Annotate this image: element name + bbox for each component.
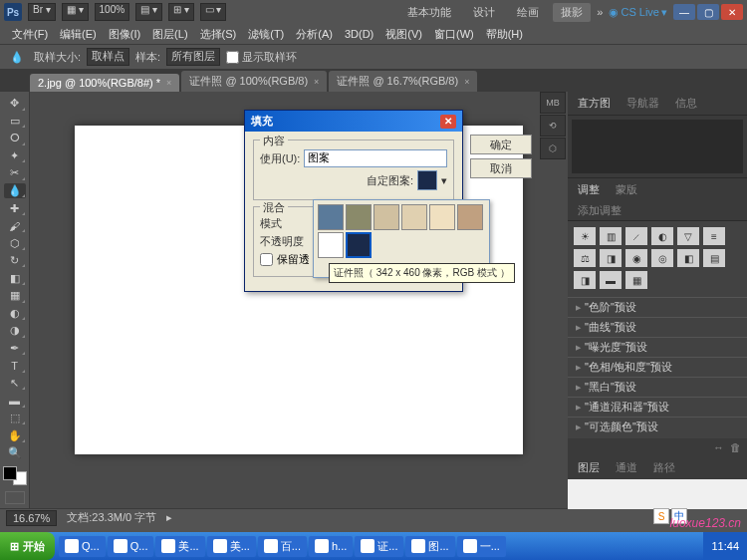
hand-tool[interactable]: ✋: [4, 427, 26, 443]
doc-tab-0[interactable]: 2.jpg @ 100%(RGB/8#) *×: [30, 74, 179, 92]
cancel-button[interactable]: 取消: [470, 158, 532, 178]
expand-icon[interactable]: ↔: [713, 441, 724, 453]
clone-panel-icon[interactable]: ⬡: [540, 138, 566, 159]
blur-tool[interactable]: ◐: [4, 306, 26, 322]
workspace-more[interactable]: »: [597, 6, 603, 18]
menu-view[interactable]: 视图(V): [379, 25, 428, 44]
ok-button[interactable]: 确定: [470, 135, 532, 154]
tab-masks[interactable]: 蒙版: [612, 181, 641, 198]
invert-icon[interactable]: ◧: [677, 249, 699, 267]
minibridge-icon[interactable]: MB: [540, 92, 566, 114]
doc-info-chevron[interactable]: ▸: [166, 511, 172, 524]
tab-paths[interactable]: 路径: [649, 459, 679, 476]
start-button[interactable]: ⊞ 开始: [0, 532, 55, 560]
zoom-level[interactable]: 100%: [95, 3, 130, 21]
vibrance-icon[interactable]: ▽: [677, 227, 699, 245]
lasso-tool[interactable]: ⵔ: [4, 131, 26, 146]
dialog-titlebar[interactable]: 填充 ✕: [245, 111, 462, 132]
3d-tool[interactable]: ⬚: [4, 411, 26, 426]
arrange-icon[interactable]: ⊞ ▾: [168, 3, 194, 21]
pattern-item[interactable]: [401, 204, 427, 230]
chevron-down-icon[interactable]: ▾: [441, 174, 447, 187]
menu-help[interactable]: 帮助(H): [480, 25, 529, 44]
preset-curves[interactable]: "曲线"预设: [568, 317, 747, 337]
history-panel-icon[interactable]: ⟲: [540, 115, 566, 137]
preset-exposure[interactable]: "曝光度"预设: [568, 337, 747, 357]
menu-image[interactable]: 图像(I): [103, 25, 146, 44]
levels-icon[interactable]: ▥: [600, 227, 622, 245]
trash-icon[interactable]: 🗑: [730, 441, 741, 453]
balance-icon[interactable]: ⚖: [574, 249, 596, 267]
dodge-tool[interactable]: ◑: [4, 323, 26, 339]
pattern-item[interactable]: [374, 204, 399, 230]
pattern-item[interactable]: [318, 204, 344, 230]
task-item[interactable]: 美...: [207, 536, 256, 557]
tab-histogram[interactable]: 直方图: [574, 95, 615, 112]
task-item[interactable]: Q...: [108, 536, 154, 557]
menu-file[interactable]: 文件(F): [6, 25, 54, 44]
menu-3d[interactable]: 3D(D): [339, 26, 379, 42]
workspace-photography[interactable]: 摄影: [553, 3, 591, 22]
history-brush-tool[interactable]: ↻: [4, 253, 26, 269]
close-icon[interactable]: ×: [464, 77, 469, 87]
bw-icon[interactable]: ◨: [600, 249, 622, 267]
sample-size-select[interactable]: 取样点: [87, 48, 129, 66]
menu-analysis[interactable]: 分析(A): [290, 25, 339, 44]
eraser-tool[interactable]: ◧: [4, 270, 26, 286]
screen-mode-icon[interactable]: ▭ ▾: [200, 3, 227, 21]
sogou-s-icon[interactable]: S: [653, 508, 669, 524]
selective-icon[interactable]: ▦: [625, 271, 647, 289]
brightness-icon[interactable]: ☀: [574, 227, 596, 245]
show-ring-check[interactable]: 显示取样环: [226, 50, 297, 65]
menu-filter[interactable]: 滤镜(T): [242, 25, 290, 44]
pattern-item[interactable]: [429, 204, 455, 230]
maximize-button[interactable]: ▢: [697, 4, 719, 20]
doc-tab-2[interactable]: 证件照 @ 16.7%(RGB/8)×: [329, 71, 477, 92]
hue-icon[interactable]: ≡: [703, 227, 725, 245]
tab-info[interactable]: 信息: [671, 95, 701, 112]
path-tool[interactable]: ↖: [4, 376, 26, 392]
zoom-tool[interactable]: 🔍: [4, 445, 26, 461]
tab-adjustments[interactable]: 调整: [574, 181, 604, 198]
stamp-tool[interactable]: ⬡: [4, 235, 26, 251]
marquee-tool[interactable]: ▭: [4, 114, 26, 130]
fg-color-swatch[interactable]: [3, 466, 17, 480]
gradient-tool[interactable]: ▦: [4, 288, 26, 304]
photofilter-icon[interactable]: ◉: [625, 249, 647, 267]
menu-edit[interactable]: 编辑(E): [54, 25, 103, 44]
workspace-design[interactable]: 设计: [465, 3, 503, 22]
preset-levels[interactable]: "色阶"预设: [568, 297, 747, 317]
wand-tool[interactable]: ✦: [4, 148, 26, 164]
workspace-painting[interactable]: 绘画: [509, 3, 547, 22]
healing-tool[interactable]: ✚: [4, 200, 26, 216]
task-item[interactable]: h...: [309, 536, 353, 557]
eyedropper-tool[interactable]: 💧: [4, 183, 26, 199]
bridge-icon[interactable]: Br ▾: [28, 3, 56, 21]
exposure-icon[interactable]: ◐: [651, 227, 673, 245]
sample-layers-select[interactable]: 所有图层: [166, 48, 220, 66]
task-item[interactable]: 证...: [355, 536, 403, 557]
eyedropper-tool-indicator[interactable]: 💧: [6, 47, 28, 67]
crop-tool[interactable]: ✂: [4, 165, 26, 181]
pattern-item-selected[interactable]: [346, 232, 372, 258]
close-button[interactable]: ✕: [721, 4, 743, 20]
color-swatches[interactable]: [3, 466, 27, 485]
preset-mixer[interactable]: "通道混和器"预设: [568, 397, 747, 417]
brush-tool[interactable]: 🖌: [4, 218, 26, 234]
gradmap-icon[interactable]: ▬: [600, 271, 622, 289]
task-item[interactable]: Q...: [59, 536, 106, 557]
posterize-icon[interactable]: ▤: [703, 249, 725, 267]
type-tool[interactable]: T: [4, 358, 26, 374]
extras-icon[interactable]: ▤ ▾: [135, 3, 162, 21]
move-tool[interactable]: ✥: [4, 96, 26, 112]
layers-panel-body[interactable]: [568, 479, 747, 509]
tab-channels[interactable]: 通道: [612, 459, 641, 476]
cslive-button[interactable]: ◉ CS Live ▾: [609, 6, 667, 19]
zoom-field[interactable]: 16.67%: [6, 510, 57, 526]
preset-bw[interactable]: "黑白"预设: [568, 377, 747, 397]
threshold-icon[interactable]: ◨: [574, 271, 596, 289]
task-item[interactable]: 一...: [457, 536, 506, 557]
menu-select[interactable]: 选择(S): [194, 25, 243, 44]
menu-window[interactable]: 窗口(W): [428, 25, 480, 44]
sogou-zh-icon[interactable]: 中: [671, 508, 687, 524]
